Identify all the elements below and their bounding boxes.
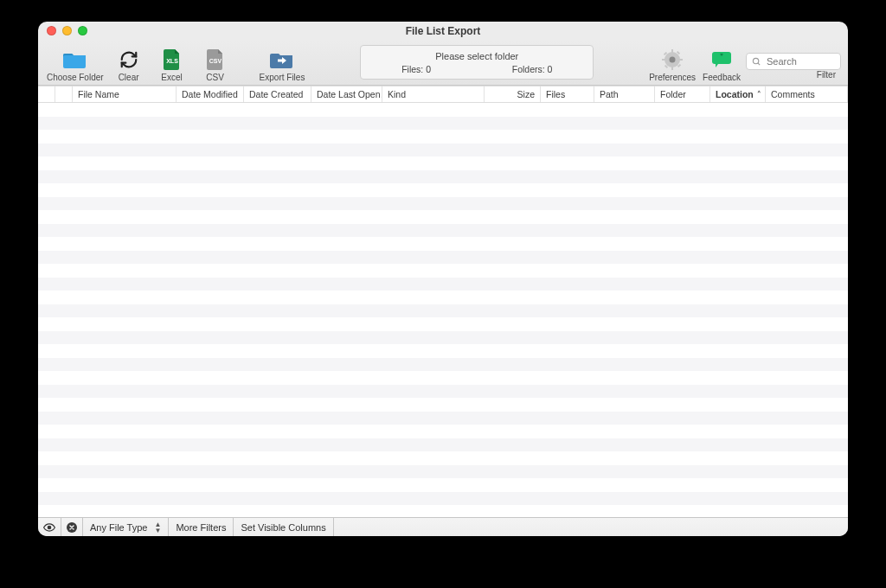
svg-rect-7	[679, 59, 683, 61]
col-date-created[interactable]: Date Created	[244, 86, 311, 102]
table-row[interactable]	[38, 278, 848, 291]
table-row[interactable]	[38, 478, 848, 492]
table-row[interactable]	[38, 251, 848, 265]
col-size[interactable]: Size	[485, 86, 541, 102]
col-files[interactable]: Files	[541, 86, 594, 102]
filter-label: Filter	[817, 70, 836, 80]
table-row[interactable]	[38, 157, 848, 170]
more-filters-label: More Filters	[176, 522, 226, 533]
table-row[interactable]	[38, 331, 848, 345]
table-row[interactable]	[38, 103, 848, 117]
close-window-button[interactable]	[47, 26, 56, 35]
feedback-button[interactable]: ” Feedback	[701, 48, 742, 83]
table-row[interactable]	[38, 291, 848, 304]
table-row[interactable]	[38, 344, 848, 358]
col-folder[interactable]: Folder	[655, 86, 710, 102]
titlebar: File List Export	[38, 22, 848, 41]
col-kind[interactable]: Kind	[382, 86, 485, 102]
clear-label: Clear	[119, 73, 139, 83]
table-row[interactable]	[38, 210, 848, 224]
more-filters-button[interactable]: More Filters	[169, 518, 234, 537]
export-files-label: Export Files	[260, 73, 305, 83]
csv-label: CSV	[206, 73, 224, 83]
table-row[interactable]	[38, 170, 848, 184]
table-row[interactable]	[38, 425, 848, 438]
folder-icon	[62, 48, 88, 72]
choose-folder-label: Choose Folder	[47, 73, 104, 83]
bottom-bar: Any File Type ▲▼ More Filters Set Visibl…	[38, 517, 848, 536]
table-row[interactable]	[38, 144, 848, 157]
table-row[interactable]	[38, 117, 848, 131]
col-date-modified[interactable]: Date Modified	[177, 86, 244, 102]
table-row[interactable]	[38, 492, 848, 506]
clear-filter-button[interactable]	[61, 518, 83, 537]
preferences-button[interactable]: Preferences	[647, 48, 697, 83]
clear-button[interactable]: Clear	[109, 48, 149, 83]
table-row[interactable]	[38, 451, 848, 465]
table-row[interactable]	[38, 197, 848, 211]
col-file-name[interactable]: File Name	[73, 86, 177, 102]
gear-icon	[659, 48, 685, 72]
excel-file-icon: XLS	[159, 48, 185, 72]
table-row[interactable]	[38, 438, 848, 452]
toolbar: Choose Folder Clear XLS Excel CSV CSV Ex…	[38, 41, 848, 86]
file-type-filter-label: Any File Type	[90, 522, 147, 533]
svg-point-3	[670, 57, 676, 63]
svg-rect-6	[662, 59, 665, 61]
table-row[interactable]	[38, 317, 848, 331]
sort-ascending-icon: ˄	[757, 90, 761, 99]
col-location-label: Location	[716, 89, 754, 99]
app-window: File List Export Choose Folder Clear XLS…	[38, 22, 848, 536]
table-row[interactable]	[38, 183, 848, 197]
search-icon	[752, 57, 761, 67]
table-row[interactable]	[38, 304, 848, 318]
csv-button[interactable]: CSV CSV	[196, 48, 235, 83]
feedback-icon: ”	[709, 48, 735, 72]
svg-text:”: ”	[720, 53, 722, 62]
table-row[interactable]	[38, 264, 848, 278]
excel-button[interactable]: XLS Excel	[152, 48, 192, 83]
stepper-icon: ▲▼	[154, 521, 161, 534]
table-row[interactable]	[38, 371, 848, 385]
choose-folder-button[interactable]: Choose Folder	[45, 48, 106, 83]
eye-icon	[43, 523, 55, 532]
file-type-filter[interactable]: Any File Type ▲▼	[83, 518, 169, 537]
table-row[interactable]	[38, 465, 848, 479]
svg-text:CSV: CSV	[209, 58, 222, 64]
svg-point-16	[48, 526, 51, 529]
clear-x-icon	[67, 522, 77, 533]
table-row[interactable]	[38, 237, 848, 251]
set-visible-columns-label: Set Visible Columns	[241, 522, 325, 533]
refresh-icon	[116, 48, 142, 72]
col-date-last-opened[interactable]: Date Last Open…	[311, 86, 382, 102]
table-row[interactable]	[38, 130, 848, 144]
table-row[interactable]	[38, 385, 848, 399]
table-row[interactable]	[38, 358, 848, 372]
col-path[interactable]: Path	[594, 86, 655, 102]
table-row[interactable]	[38, 398, 848, 412]
table-row[interactable]	[38, 224, 848, 238]
svg-rect-5	[671, 67, 673, 70]
svg-point-14	[753, 58, 758, 63]
col-comments[interactable]: Comments	[766, 86, 848, 102]
svg-line-15	[758, 62, 760, 64]
window-title: File List Export	[406, 25, 481, 37]
minimize-window-button[interactable]	[62, 26, 72, 35]
folders-count: Folders: 0	[512, 64, 553, 74]
zoom-window-button[interactable]	[78, 26, 87, 35]
search-input[interactable]	[765, 55, 835, 67]
set-visible-columns-button[interactable]: Set Visible Columns	[234, 518, 333, 537]
col-location[interactable]: Location ˄	[710, 86, 766, 102]
col-gutter-1[interactable]	[38, 86, 55, 102]
folder-drop-well[interactable]: Please select folder Files: 0 Folders: 0	[360, 45, 594, 80]
col-gutter-2[interactable]	[55, 86, 73, 102]
export-files-button[interactable]: Export Files	[258, 48, 307, 83]
visibility-toggle-button[interactable]	[38, 518, 61, 537]
files-count: Files: 0	[401, 64, 431, 74]
window-controls	[47, 26, 87, 35]
search-field[interactable]	[746, 53, 841, 70]
table-row[interactable]	[38, 412, 848, 425]
csv-file-icon: CSV	[202, 48, 228, 72]
table-body[interactable]	[38, 103, 848, 517]
folder-prompt: Please select folder	[435, 51, 518, 61]
